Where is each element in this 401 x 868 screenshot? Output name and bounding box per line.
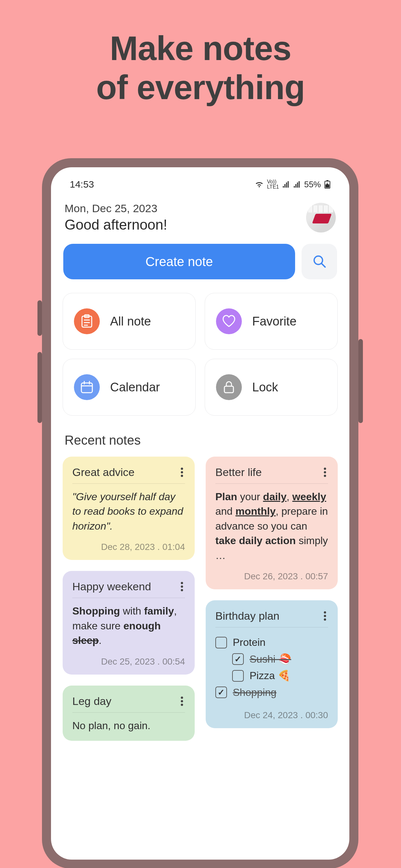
phone-side-button bbox=[37, 300, 42, 336]
more-icon[interactable] bbox=[179, 466, 185, 479]
status-indicators: Vo))LTE1 55% bbox=[255, 179, 331, 190]
checklist-label: Shopping bbox=[233, 685, 276, 700]
more-icon[interactable] bbox=[322, 609, 328, 623]
status-bar: 14:53 Vo))LTE1 55% bbox=[63, 176, 338, 196]
hero-line-1: Make notes bbox=[0, 29, 401, 68]
greeting: Good afternoon! bbox=[65, 217, 167, 233]
note-body: Plan your daily, weekly and monthly, pre… bbox=[215, 490, 328, 563]
category-label: Calendar bbox=[110, 380, 160, 394]
category-lock[interactable]: Lock bbox=[205, 359, 338, 415]
category-label: Lock bbox=[252, 380, 278, 394]
category-grid: All note Favorite Calendar Lock bbox=[63, 293, 338, 415]
battery-text: 55% bbox=[304, 180, 321, 190]
create-note-button[interactable]: Create note bbox=[63, 244, 295, 279]
checkbox-icon[interactable] bbox=[215, 637, 227, 648]
phone-side-button bbox=[359, 339, 363, 423]
note-date: Dec 25, 2023 . 00:54 bbox=[72, 656, 185, 667]
battery-icon bbox=[324, 180, 331, 189]
current-date: Mon, Dec 25, 2023 bbox=[65, 202, 167, 215]
more-icon[interactable] bbox=[322, 466, 328, 479]
note-date: Dec 24, 2023 . 00:30 bbox=[215, 710, 328, 720]
phone-side-button bbox=[37, 352, 42, 423]
status-time: 14:53 bbox=[70, 179, 94, 190]
checklist-label: Pizza 🍕 bbox=[250, 669, 290, 683]
category-label: All note bbox=[110, 314, 151, 329]
wifi-icon bbox=[255, 181, 264, 188]
note-title: Birthday plan bbox=[215, 610, 279, 622]
phone-screen: 14:53 Vo))LTE1 55% Mon, bbox=[51, 167, 349, 860]
note-title: Leg day bbox=[72, 695, 112, 708]
network-label: Vo))LTE1 bbox=[267, 179, 279, 190]
note-body: ProteinSushi 🍣Pizza 🍕Shopping bbox=[215, 633, 328, 702]
note-title: Better life bbox=[215, 466, 262, 478]
svg-rect-14 bbox=[224, 386, 234, 393]
notes-icon bbox=[74, 308, 100, 334]
checklist-item[interactable]: Shopping bbox=[215, 685, 328, 700]
search-icon bbox=[312, 253, 327, 270]
note-date: Dec 26, 2023 . 00:57 bbox=[215, 571, 328, 582]
avatar[interactable] bbox=[306, 203, 336, 232]
category-label: Favorite bbox=[252, 314, 297, 329]
note-body: "Give yourself half day to read books to… bbox=[72, 490, 185, 533]
hero-line-2: of everything bbox=[0, 68, 401, 107]
phone-frame: 14:53 Vo))LTE1 55% Mon, bbox=[42, 158, 359, 868]
category-calendar[interactable]: Calendar bbox=[63, 359, 196, 415]
checkbox-icon[interactable] bbox=[215, 686, 227, 698]
note-body: Shopping with family, make sure enough s… bbox=[72, 604, 185, 648]
svg-rect-1 bbox=[327, 180, 328, 181]
note-body: No plan, no gain. bbox=[72, 718, 185, 733]
notes-grid: Great advice "Give yourself half day to … bbox=[63, 457, 338, 741]
note-title: Great advice bbox=[72, 466, 135, 478]
category-favorite[interactable]: Favorite bbox=[205, 293, 338, 350]
note-leg-day[interactable]: Leg day No plan, no gain. bbox=[63, 686, 195, 741]
note-happy-weekend[interactable]: Happy weekend Shopping with family, make… bbox=[63, 571, 195, 674]
note-birthday-plan[interactable]: Birthday plan ProteinSushi 🍣Pizza 🍕Shopp… bbox=[206, 600, 338, 728]
note-better-life[interactable]: Better life Plan your daily, weekly and … bbox=[206, 457, 338, 589]
note-date: Dec 28, 2023 . 01:04 bbox=[72, 542, 185, 552]
signal-icon bbox=[282, 181, 290, 188]
checkbox-icon[interactable] bbox=[232, 670, 244, 682]
svg-rect-10 bbox=[81, 383, 92, 393]
more-icon[interactable] bbox=[179, 694, 185, 708]
checklist-item[interactable]: Sushi 🍣 bbox=[232, 652, 328, 666]
checklist-item[interactable]: Pizza 🍕 bbox=[232, 669, 328, 683]
note-great-advice[interactable]: Great advice "Give yourself half day to … bbox=[63, 457, 195, 560]
checklist-label: Sushi 🍣 bbox=[250, 652, 291, 666]
category-all-note[interactable]: All note bbox=[63, 293, 196, 350]
checklist-item[interactable]: Protein bbox=[215, 635, 328, 650]
recent-notes-heading: Recent notes bbox=[65, 433, 336, 447]
note-title: Happy weekend bbox=[72, 580, 151, 593]
checkbox-icon[interactable] bbox=[232, 653, 244, 665]
lock-icon bbox=[216, 374, 242, 400]
search-button[interactable] bbox=[302, 244, 337, 279]
app-header: Mon, Dec 25, 2023 Good afternoon! bbox=[63, 196, 338, 244]
heart-icon bbox=[216, 308, 242, 334]
checklist-label: Protein bbox=[233, 635, 266, 650]
more-icon[interactable] bbox=[179, 580, 185, 593]
signal-icon bbox=[293, 181, 301, 188]
hero-title: Make notes of everything bbox=[0, 0, 401, 107]
calendar-icon bbox=[74, 374, 100, 400]
svg-line-4 bbox=[321, 264, 325, 267]
